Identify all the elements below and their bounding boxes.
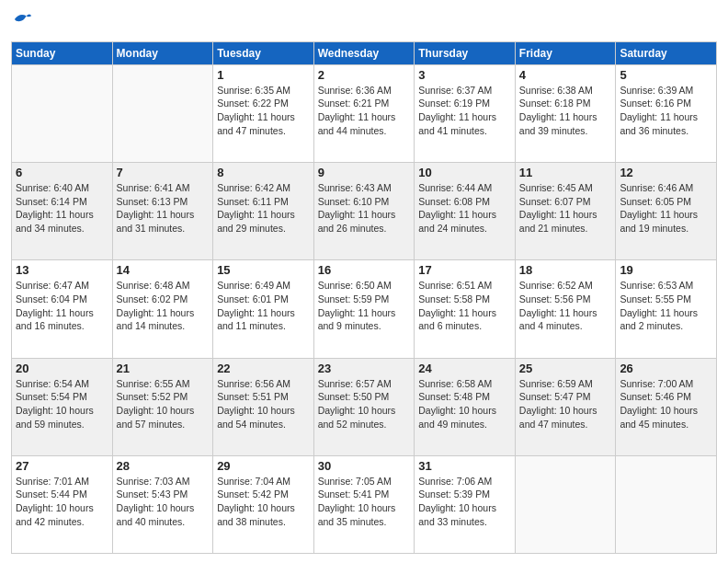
cell-day-number: 4 [519, 68, 612, 82]
cell-day-number: 6 [16, 166, 108, 179]
cell-info-text: Sunrise: 6:35 AM Sunset: 6:22 PM Dayligh… [217, 84, 310, 138]
cell-day-number: 22 [217, 362, 310, 375]
calendar-week-row: 1Sunrise: 6:35 AM Sunset: 6:22 PM Daylig… [12, 64, 717, 162]
cell-info-text: Sunrise: 6:50 AM Sunset: 5:59 PM Dayligh… [318, 279, 411, 333]
cell-info-text: Sunrise: 6:46 AM Sunset: 6:05 PM Dayligh… [620, 181, 712, 236]
calendar-cell: 3Sunrise: 6:37 AM Sunset: 6:19 PM Daylig… [415, 64, 516, 162]
calendar-cell: 2Sunrise: 6:36 AM Sunset: 6:21 PM Daylig… [313, 64, 415, 162]
cell-info-text: Sunrise: 6:53 AM Sunset: 5:55 PM Dayligh… [620, 279, 712, 333]
cell-info-text: Sunrise: 6:51 AM Sunset: 5:58 PM Dayligh… [418, 279, 511, 333]
calendar-cell: 5Sunrise: 6:39 AM Sunset: 6:16 PM Daylig… [616, 64, 717, 162]
calendar-week-row: 6Sunrise: 6:40 AM Sunset: 6:14 PM Daylig… [12, 163, 717, 260]
calendar-cell: 25Sunrise: 6:59 AM Sunset: 5:47 PM Dayli… [515, 358, 616, 455]
calendar-cell: 18Sunrise: 6:52 AM Sunset: 5:56 PM Dayli… [515, 260, 616, 358]
calendar-header-sunday: Sunday [12, 41, 113, 64]
cell-day-number: 27 [16, 459, 108, 473]
calendar-cell: 13Sunrise: 6:47 AM Sunset: 6:04 PM Dayli… [12, 260, 113, 358]
calendar-header-row: SundayMondayTuesdayWednesdayThursdayFrid… [12, 41, 717, 64]
calendar-cell: 7Sunrise: 6:41 AM Sunset: 6:13 PM Daylig… [112, 163, 213, 260]
cell-info-text: Sunrise: 6:37 AM Sunset: 6:19 PM Dayligh… [418, 84, 511, 138]
calendar-table: SundayMondayTuesdayWednesdayThursdayFrid… [11, 41, 717, 554]
cell-info-text: Sunrise: 6:56 AM Sunset: 5:51 PM Dayligh… [217, 377, 310, 431]
calendar-cell [112, 64, 213, 162]
cell-day-number: 28 [117, 459, 210, 473]
cell-info-text: Sunrise: 7:01 AM Sunset: 5:44 PM Dayligh… [16, 475, 108, 529]
cell-day-number: 18 [519, 263, 612, 277]
cell-info-text: Sunrise: 6:54 AM Sunset: 5:54 PM Dayligh… [16, 377, 108, 431]
calendar-header-tuesday: Tuesday [213, 41, 314, 64]
calendar-cell: 14Sunrise: 6:48 AM Sunset: 6:02 PM Dayli… [112, 260, 213, 358]
calendar-cell: 9Sunrise: 6:43 AM Sunset: 6:10 PM Daylig… [313, 163, 415, 260]
cell-info-text: Sunrise: 6:38 AM Sunset: 6:18 PM Dayligh… [519, 84, 612, 138]
calendar-cell: 1Sunrise: 6:35 AM Sunset: 6:22 PM Daylig… [213, 64, 314, 162]
calendar-header-monday: Monday [112, 41, 213, 64]
calendar-cell: 29Sunrise: 7:04 AM Sunset: 5:42 PM Dayli… [213, 455, 314, 553]
cell-info-text: Sunrise: 6:55 AM Sunset: 5:52 PM Dayligh… [117, 377, 210, 431]
cell-info-text: Sunrise: 7:00 AM Sunset: 5:46 PM Dayligh… [620, 377, 712, 431]
cell-day-number: 13 [16, 263, 108, 277]
calendar-cell: 11Sunrise: 6:45 AM Sunset: 6:07 PM Dayli… [515, 163, 616, 260]
cell-info-text: Sunrise: 6:59 AM Sunset: 5:47 PM Dayligh… [519, 377, 612, 431]
cell-info-text: Sunrise: 6:39 AM Sunset: 6:16 PM Dayligh… [620, 84, 712, 138]
calendar-week-row: 20Sunrise: 6:54 AM Sunset: 5:54 PM Dayli… [12, 358, 717, 455]
cell-day-number: 3 [418, 68, 511, 82]
cell-day-number: 11 [519, 166, 612, 179]
cell-day-number: 23 [318, 362, 411, 375]
logo-text [11, 9, 33, 34]
calendar-cell: 30Sunrise: 7:05 AM Sunset: 5:41 PM Dayli… [313, 455, 415, 553]
calendar-cell: 31Sunrise: 7:06 AM Sunset: 5:39 PM Dayli… [415, 455, 516, 553]
cell-info-text: Sunrise: 6:44 AM Sunset: 6:08 PM Dayligh… [418, 181, 511, 236]
cell-day-number: 17 [418, 263, 511, 277]
cell-day-number: 15 [217, 263, 310, 277]
cell-info-text: Sunrise: 6:45 AM Sunset: 6:07 PM Dayligh… [519, 181, 612, 236]
cell-day-number: 9 [318, 166, 411, 179]
cell-info-text: Sunrise: 6:57 AM Sunset: 5:50 PM Dayligh… [318, 377, 411, 431]
calendar-header-friday: Friday [515, 41, 616, 64]
cell-info-text: Sunrise: 6:48 AM Sunset: 6:02 PM Dayligh… [117, 279, 210, 333]
calendar-cell: 6Sunrise: 6:40 AM Sunset: 6:14 PM Daylig… [12, 163, 113, 260]
cell-info-text: Sunrise: 7:06 AM Sunset: 5:39 PM Dayligh… [418, 475, 511, 529]
cell-info-text: Sunrise: 7:04 AM Sunset: 5:42 PM Dayligh… [217, 475, 310, 529]
calendar-cell: 17Sunrise: 6:51 AM Sunset: 5:58 PM Dayli… [415, 260, 516, 358]
header [11, 9, 717, 34]
calendar-cell: 12Sunrise: 6:46 AM Sunset: 6:05 PM Dayli… [616, 163, 717, 260]
cell-info-text: Sunrise: 6:47 AM Sunset: 6:04 PM Dayligh… [16, 279, 108, 333]
cell-day-number: 19 [620, 263, 712, 277]
calendar-cell: 10Sunrise: 6:44 AM Sunset: 6:08 PM Dayli… [415, 163, 516, 260]
cell-day-number: 26 [620, 362, 712, 375]
calendar-cell: 19Sunrise: 6:53 AM Sunset: 5:55 PM Dayli… [616, 260, 717, 358]
calendar-week-row: 27Sunrise: 7:01 AM Sunset: 5:44 PM Dayli… [12, 455, 717, 553]
cell-day-number: 10 [418, 166, 511, 179]
cell-info-text: Sunrise: 6:42 AM Sunset: 6:11 PM Dayligh… [217, 181, 310, 236]
calendar-cell: 16Sunrise: 6:50 AM Sunset: 5:59 PM Dayli… [313, 260, 415, 358]
calendar-cell: 8Sunrise: 6:42 AM Sunset: 6:11 PM Daylig… [213, 163, 314, 260]
cell-day-number: 30 [318, 459, 411, 473]
calendar-cell: 23Sunrise: 6:57 AM Sunset: 5:50 PM Dayli… [313, 358, 415, 455]
cell-info-text: Sunrise: 7:03 AM Sunset: 5:43 PM Dayligh… [117, 475, 210, 529]
calendar-cell: 22Sunrise: 6:56 AM Sunset: 5:51 PM Dayli… [213, 358, 314, 455]
cell-day-number: 24 [418, 362, 511, 375]
cell-day-number: 31 [418, 459, 511, 473]
cell-day-number: 1 [217, 68, 310, 82]
cell-info-text: Sunrise: 6:36 AM Sunset: 6:21 PM Dayligh… [318, 84, 411, 138]
calendar-cell: 21Sunrise: 6:55 AM Sunset: 5:52 PM Dayli… [112, 358, 213, 455]
cell-day-number: 20 [16, 362, 108, 375]
calendar-cell: 15Sunrise: 6:49 AM Sunset: 6:01 PM Dayli… [213, 260, 314, 358]
cell-day-number: 12 [620, 166, 712, 179]
calendar-cell: 4Sunrise: 6:38 AM Sunset: 6:18 PM Daylig… [515, 64, 616, 162]
calendar-cell: 24Sunrise: 6:58 AM Sunset: 5:48 PM Dayli… [415, 358, 516, 455]
logo [11, 9, 33, 34]
cell-info-text: Sunrise: 6:43 AM Sunset: 6:10 PM Dayligh… [318, 181, 411, 236]
page: SundayMondayTuesdayWednesdayThursdayFrid… [0, 0, 728, 563]
calendar-cell: 28Sunrise: 7:03 AM Sunset: 5:43 PM Dayli… [112, 455, 213, 553]
cell-day-number: 5 [620, 68, 712, 82]
calendar-cell: 20Sunrise: 6:54 AM Sunset: 5:54 PM Dayli… [12, 358, 113, 455]
cell-info-text: Sunrise: 6:58 AM Sunset: 5:48 PM Dayligh… [418, 377, 511, 431]
calendar-cell [12, 64, 113, 162]
cell-day-number: 29 [217, 459, 310, 473]
calendar-cell [515, 455, 616, 553]
calendar-header-saturday: Saturday [616, 41, 717, 64]
cell-day-number: 25 [519, 362, 612, 375]
calendar-cell: 27Sunrise: 7:01 AM Sunset: 5:44 PM Dayli… [12, 455, 113, 553]
calendar-week-row: 13Sunrise: 6:47 AM Sunset: 6:04 PM Dayli… [12, 260, 717, 358]
